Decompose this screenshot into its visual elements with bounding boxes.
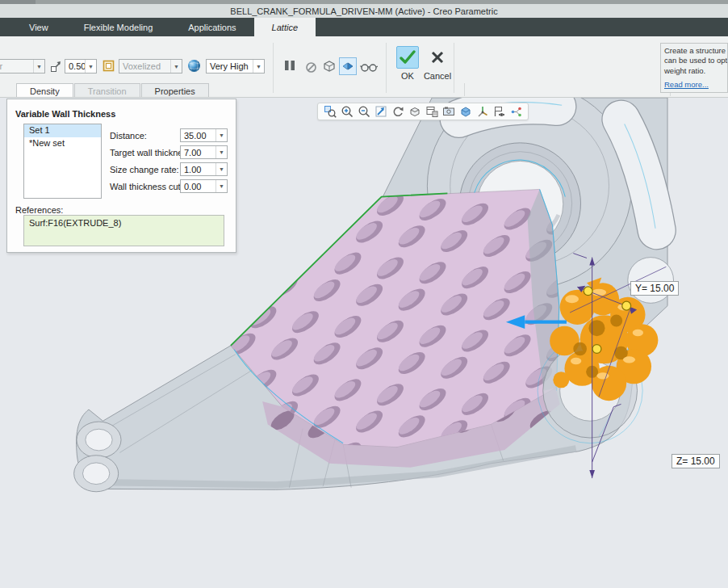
dimension-handle[interactable] xyxy=(622,301,631,310)
attached-preview-icon[interactable] xyxy=(339,57,357,75)
zoom-in-icon[interactable] xyxy=(338,104,355,119)
read-more-link[interactable]: Read more... xyxy=(664,80,709,89)
verify-glasses-icon[interactable] xyxy=(360,58,378,76)
ribbon-separator xyxy=(454,43,454,93)
panel-title: Variable Wall Thickness xyxy=(15,109,115,119)
tab-density[interactable]: Density xyxy=(16,83,73,97)
dashboard-tabs: Density Transition Properties xyxy=(16,83,210,97)
cell-size-icon xyxy=(49,60,63,77)
chevron-down-icon[interactable]: ▼ xyxy=(85,60,96,73)
chevron-down-icon[interactable]: ▼ xyxy=(33,60,44,73)
window-title: BELL_CRANK_FORMULA_DRIVEN-MM (Active) - … xyxy=(230,6,497,16)
datum-display-icon[interactable] xyxy=(474,104,491,119)
representation-value: Voxelized xyxy=(119,60,170,73)
ribbon-separator xyxy=(273,43,274,93)
ribbon-separator xyxy=(464,83,465,96)
quality-value: Very High xyxy=(207,60,253,73)
display-style-icon[interactable] xyxy=(423,104,440,119)
zoom-out-icon[interactable] xyxy=(355,104,372,119)
dimension-handle[interactable] xyxy=(592,345,601,354)
lattice-type-dropdown[interactable]: lar ▼ xyxy=(0,59,45,74)
tab-transition[interactable]: Transition xyxy=(74,83,140,97)
wall-thickness-cutoff-input[interactable]: 0.00 ▼ xyxy=(180,179,228,193)
box-zoom-icon[interactable] xyxy=(321,104,338,119)
tab-lattice[interactable]: Lattice xyxy=(254,18,316,36)
size-change-rate-input[interactable]: 1.00 ▼ xyxy=(180,162,228,176)
tab-properties[interactable]: Properties xyxy=(141,83,209,97)
help-text-line: can be used to opti xyxy=(664,56,727,65)
menu-tab-row: View Flexible Modeling Applications Latt… xyxy=(0,18,728,36)
cancel-button[interactable]: Cancel xyxy=(423,46,452,81)
ok-check-icon xyxy=(396,46,419,69)
refit-icon[interactable] xyxy=(372,104,389,119)
chevron-down-icon[interactable]: ▼ xyxy=(215,180,227,192)
references-box[interactable]: Surf:F16(EXTRUDE_8) xyxy=(23,215,224,246)
representation-dropdown[interactable]: Voxelized ▼ xyxy=(119,59,182,74)
cancel-x-icon xyxy=(426,46,449,69)
perspective-icon[interactable] xyxy=(457,104,474,119)
z-dimension-label[interactable]: Z= 15.00 xyxy=(672,454,720,468)
repaint-icon[interactable] xyxy=(389,104,406,119)
frame-icon[interactable] xyxy=(102,59,115,76)
cell-size-input[interactable]: 0.50 ▼ xyxy=(65,59,97,74)
variable-wall-thickness-panel: Variable Wall Thickness Set 1 *New set D… xyxy=(6,99,236,253)
size-change-rate-value: 1.00 xyxy=(181,163,215,175)
target-wall-thickness-input[interactable]: 7.00 ▼ xyxy=(180,145,228,159)
quality-sphere-icon xyxy=(186,58,202,77)
distance-value: 35.00 xyxy=(181,129,215,141)
reference-item[interactable]: Surf:F16(EXTRUDE_8) xyxy=(29,218,121,228)
distance-input[interactable]: 35.00 ▼ xyxy=(180,128,228,142)
lattice-ribbon: lar ▼ 0.50 ▼ Voxelized ▼ Very High ▼ xyxy=(0,36,728,98)
help-text-line: Create a structure o xyxy=(664,46,727,56)
distance-label: Distance: xyxy=(110,131,147,141)
y-dimension-label[interactable]: Y= 15.00 xyxy=(630,281,679,296)
annotation-display-icon[interactable] xyxy=(491,104,508,119)
chevron-down-icon[interactable]: ▼ xyxy=(253,60,264,73)
tab-applications[interactable]: Applications xyxy=(170,18,253,36)
wall-thickness-cutoff-value: 0.00 xyxy=(181,180,215,192)
chevron-down-icon[interactable]: ▼ xyxy=(215,163,227,175)
saved-orientations-icon[interactable] xyxy=(406,104,423,119)
chevron-down-icon[interactable]: ▼ xyxy=(170,60,182,73)
quality-dropdown[interactable]: Very High ▼ xyxy=(206,59,265,74)
help-text-line: weight ratio. xyxy=(664,66,727,76)
spin-center-icon[interactable] xyxy=(508,104,525,119)
cell-size-value: 0.50 xyxy=(65,60,85,73)
graphics-toolbar xyxy=(317,103,529,120)
unattached-preview-icon[interactable] xyxy=(320,57,338,75)
set-list-item-new[interactable]: *New set xyxy=(24,137,101,150)
chevron-down-icon[interactable]: ▼ xyxy=(215,146,227,158)
ok-label: OK xyxy=(401,71,414,81)
ok-button[interactable]: OK xyxy=(393,46,422,81)
target-wall-thickness-value: 7.00 xyxy=(181,146,215,158)
pause-icon[interactable] xyxy=(281,57,299,74)
ribbon-separator xyxy=(386,43,387,93)
title-bar: BELL_CRANK_FORMULA_DRIVEN-MM (Active) - … xyxy=(0,4,728,18)
application-window: BELL_CRANK_FORMULA_DRIVEN-MM (Active) - … xyxy=(0,0,728,588)
graphics-area[interactable]: Y= 15.00 Z= 15.00 Variable Wall Thicknes… xyxy=(0,98,728,588)
size-change-rate-label: Size change rate: xyxy=(110,165,179,174)
lattice-type-value: lar xyxy=(0,60,33,73)
lattice-help-popup: Create a structure o can be used to opti… xyxy=(660,43,728,93)
tab-view[interactable]: View xyxy=(11,18,66,36)
cancel-label: Cancel xyxy=(424,71,451,81)
set-list[interactable]: Set 1 *New set xyxy=(23,124,102,199)
chevron-down-icon[interactable]: ▼ xyxy=(215,129,227,141)
set-list-item[interactable]: Set 1 xyxy=(24,124,101,137)
dimension-handle[interactable] xyxy=(584,287,592,296)
capture-icon[interactable] xyxy=(440,104,457,119)
tab-flexible-modeling[interactable]: Flexible Modeling xyxy=(66,18,171,36)
references-label: References: xyxy=(15,205,63,215)
no-preview-icon[interactable] xyxy=(302,58,320,76)
